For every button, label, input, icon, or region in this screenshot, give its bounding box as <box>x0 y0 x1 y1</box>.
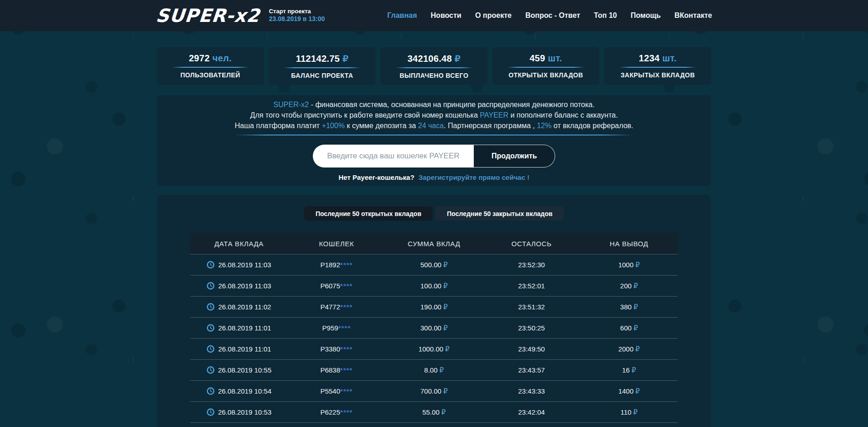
stat-value: 112142.75 ₽ <box>296 53 348 64</box>
wallet-number: P959 <box>322 324 338 332</box>
stat-card: 342106.48 ₽ ВЫПЛАЧЕНО ВСЕГО <box>380 47 488 85</box>
sum-cell: 190.00₽ <box>385 303 482 311</box>
ruble-sign: ₽ <box>632 366 636 374</box>
deposit-date-cell: 26.08.2019 10:55 <box>190 366 288 374</box>
nav-item[interactable]: Главная <box>387 11 417 20</box>
stat-value: 459 шт. <box>530 53 562 64</box>
wallet-number: P3380 <box>320 345 340 353</box>
ruble-sign: ₽ <box>635 387 640 395</box>
deposit-date: 26.08.2019 10:54 <box>218 387 272 395</box>
sum-cell: 100.00₽ <box>385 282 482 290</box>
intro-panel: SUPER-x2 - финансовая система, основанна… <box>157 95 711 186</box>
intro-underline <box>235 135 633 135</box>
column-header: СУММА ВКЛАД <box>385 240 482 248</box>
sum-cell: 700.00₽ <box>385 387 482 395</box>
stat-divider <box>396 67 472 68</box>
stat-card: 459 шт. ОТКРЫТЫХ ВКЛАДОВ <box>493 47 600 85</box>
payout-cell: 1000₽ <box>580 261 678 269</box>
time-left-cell: 23:43:57 <box>483 366 580 374</box>
nav-item[interactable]: Новости <box>431 11 461 20</box>
start-label: Старт проекта <box>269 8 325 15</box>
nav-item[interactable]: Помощь <box>631 11 661 20</box>
ruble-sign: ₽ <box>633 408 638 416</box>
ruble-sign: ₽ <box>439 366 444 374</box>
stat-label: ПОЛЬЗОВАТЕЛЕЙ <box>180 71 240 79</box>
wallet-number: P6838 <box>320 366 340 374</box>
wallet-mask: **** <box>340 303 353 311</box>
time-left-cell: 23:43:33 <box>483 387 580 395</box>
deposits-panel: Последние 50 открытых вкладов Последние … <box>157 195 711 427</box>
stat-label: БАЛАНС ПРОЕКТА <box>291 72 354 79</box>
time-left-cell: 23:42:04 <box>483 408 580 416</box>
deposit-tabs: Последние 50 открытых вкладов Последние … <box>157 195 711 221</box>
main-nav: Главная Новости О проекте Вопрос - Ответ… <box>387 11 712 20</box>
column-header: НА ВЫВОД <box>580 240 678 248</box>
wallet-input[interactable] <box>313 145 474 168</box>
sum-cell: 1000.00₽ <box>385 345 482 353</box>
deposit-date-cell: 26.08.2019 11:03 <box>190 261 288 269</box>
ruble-sign: ₽ <box>441 408 446 416</box>
time-left-cell: 23:49:50 <box>483 345 580 353</box>
register-link[interactable]: Зарегистрируйте прямо сейчас ! <box>418 173 530 181</box>
wallet-cell: P1892**** <box>288 261 385 269</box>
table-row: 26.08.2019 11:01 P3380**** 1000.00₽ 23:4… <box>190 338 678 359</box>
intro-line-2: Для того чтобы приступить к работе введи… <box>157 110 711 120</box>
clock-icon <box>207 387 214 395</box>
table-row: 26.08.2019 10:52 P6192**** 3190.00₽ 23:4… <box>190 422 678 427</box>
no-wallet-text: Нет Payeer-кошелька? <box>338 173 414 181</box>
column-header: ОСТАЛОСЬ <box>483 240 580 248</box>
wallet-number: P1892 <box>320 261 340 269</box>
stat-card: 2972 чел. ПОЛЬЗОВАТЕЛЕЙ <box>157 47 264 85</box>
nav-item[interactable]: Топ 10 <box>594 11 617 20</box>
nav-item[interactable]: О проекте <box>475 11 512 20</box>
deposit-tab[interactable]: Последние 50 открытых вкладов <box>304 206 433 221</box>
stat-unit: ₽ <box>343 54 348 64</box>
deposit-tab[interactable]: Последние 50 закрытых вкладов <box>435 206 564 221</box>
wallet-cell: P6225**** <box>288 408 385 416</box>
time-left-cell: 23:50:25 <box>483 324 580 332</box>
payout-cell: 600₽ <box>580 324 678 332</box>
deposit-date-cell: 26.08.2019 10:53 <box>190 408 288 416</box>
wallet-mask: **** <box>340 366 353 374</box>
wallet-mask: **** <box>340 345 353 353</box>
stat-divider <box>619 67 696 68</box>
stat-divider <box>284 67 360 68</box>
time-left-cell: 23:52:30 <box>483 261 580 269</box>
deposit-date: 26.08.2019 10:53 <box>218 408 272 416</box>
stat-label: ОТКРЫТЫХ ВКЛАДОВ <box>509 71 583 79</box>
table-row: 26.08.2019 11:03 P6075**** 100.00₽ 23:52… <box>190 275 678 296</box>
wallet-number: P6225 <box>320 408 340 416</box>
deposit-date: 26.08.2019 11:01 <box>218 345 271 353</box>
clock-icon <box>207 408 214 416</box>
payout-cell: 2000₽ <box>580 345 678 353</box>
wallet-cell: P6075**** <box>288 282 385 290</box>
table-row: 26.08.2019 10:53 P6225**** 55.00₽ 23:42:… <box>190 401 678 422</box>
ruble-sign: ₽ <box>633 303 638 311</box>
project-start-info: Старт проекта 23.08.2019 в 13:00 <box>269 8 325 23</box>
payout-cell: 380₽ <box>580 303 678 311</box>
stat-card: 1234 шт. ЗАКРЫТЫХ ВКЛАДОВ <box>604 47 711 85</box>
sum-cell: 55.00₽ <box>385 408 482 416</box>
ruble-sign: ₽ <box>635 261 640 269</box>
table-header-row: ДАТА ВКЛАДА КОШЕЛЕК СУММА ВКЛАД ОСТАЛОСЬ… <box>190 233 678 254</box>
wallet-number: P4772 <box>320 303 340 311</box>
payout-cell: 200₽ <box>580 282 678 290</box>
continue-button[interactable]: Продолжить <box>474 145 555 168</box>
stat-unit: чел. <box>212 53 231 63</box>
intro-line-1: SUPER-x2 - финансовая система, основанна… <box>157 99 711 110</box>
ruble-sign: ₽ <box>445 345 450 353</box>
ruble-sign: ₽ <box>633 324 638 332</box>
clock-icon <box>207 366 214 374</box>
ruble-sign: ₽ <box>443 324 448 332</box>
deposit-date-cell: 26.08.2019 11:01 <box>190 345 288 353</box>
column-header: ДАТА ВКЛАДА <box>190 240 288 248</box>
sum-cell: 500.00₽ <box>385 261 482 269</box>
deposit-date-cell: 26.08.2019 11:03 <box>190 282 288 290</box>
clock-icon <box>207 345 214 353</box>
stat-unit: ₽ <box>455 54 461 64</box>
nav-item[interactable]: ВКонтакте <box>675 11 712 20</box>
site-logo[interactable]: SUPER-x2 <box>155 6 260 25</box>
nav-item[interactable]: Вопрос - Ответ <box>525 11 580 20</box>
stat-divider <box>172 67 249 68</box>
wallet-cell: P959**** <box>288 324 385 332</box>
